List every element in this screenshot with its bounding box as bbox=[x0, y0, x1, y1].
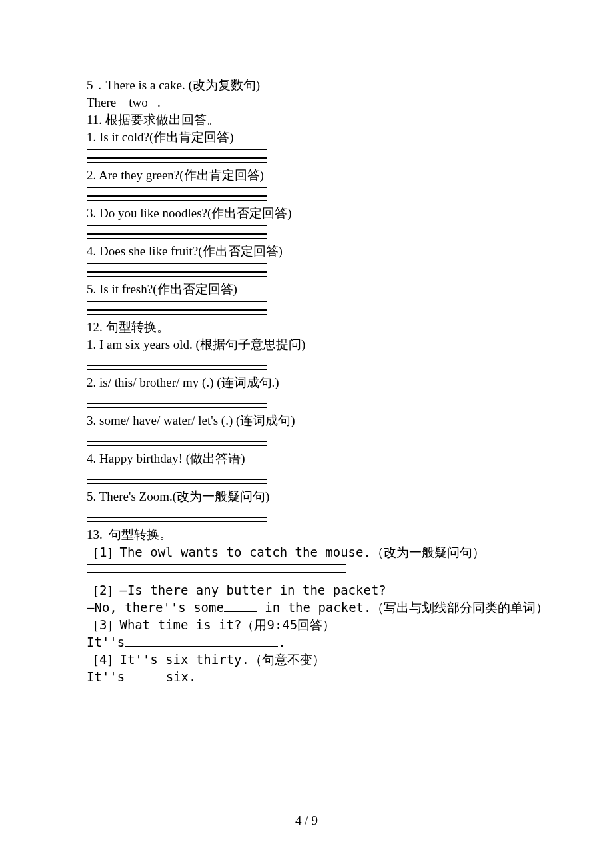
inline-blank bbox=[125, 633, 278, 647]
q13-item-4-post: six. bbox=[158, 669, 196, 684]
answer-blank bbox=[87, 295, 526, 315]
page-number: 4 / 9 bbox=[0, 813, 613, 828]
q13-item-2b-post: in the packet.（写出与划线部分同类的单词） bbox=[257, 600, 549, 615]
answer-blank bbox=[87, 351, 526, 370]
q13-item-4-answer: It''s six. bbox=[87, 668, 526, 685]
q13-item-2a: ［2］—Is there any butter in the packet? bbox=[87, 581, 526, 599]
q13-item-3-pre: It''s bbox=[87, 635, 125, 649]
q11-header: 11. 根据要求做出回答。 bbox=[87, 111, 526, 129]
answer-blank bbox=[87, 389, 526, 408]
q13-item-3-post: . bbox=[278, 635, 285, 649]
answer-blank bbox=[87, 558, 526, 577]
q13-item-3: ［3］What time is it?（用9:45回答） bbox=[87, 616, 526, 633]
q13-header: 13. 句型转换。 bbox=[87, 526, 526, 543]
answer-blank bbox=[87, 427, 526, 446]
q13-item-1: ［1］The owl wants to catch the mouse.（改为一… bbox=[87, 543, 526, 561]
q12-header: 12. 句型转换。 bbox=[87, 319, 526, 336]
q13-item-2b-pre: —No, there''s some bbox=[87, 600, 224, 615]
q13-item-4: ［4］It''s six thirty.（句意不变） bbox=[87, 651, 526, 668]
answer-blank bbox=[87, 503, 526, 522]
answer-blank bbox=[87, 219, 526, 239]
q5-prompt: 5．There is a cake. (改为复数句) bbox=[87, 77, 526, 94]
inline-blank bbox=[224, 599, 257, 612]
q13-item-3-answer: It''s. bbox=[87, 633, 526, 651]
q5-answer-template: There two . bbox=[87, 94, 526, 111]
answer-blank bbox=[87, 181, 526, 201]
inline-blank bbox=[125, 668, 158, 681]
answer-blank bbox=[87, 465, 526, 484]
q13-item-2b: —No, there''s some in the packet.（写出与划线部… bbox=[87, 599, 526, 616]
document-page: 5．There is a cake. (改为复数句) There two . 1… bbox=[0, 0, 613, 868]
q13-item-4-pre: It''s bbox=[87, 669, 125, 684]
answer-blank bbox=[87, 143, 526, 163]
answer-blank bbox=[87, 257, 526, 277]
